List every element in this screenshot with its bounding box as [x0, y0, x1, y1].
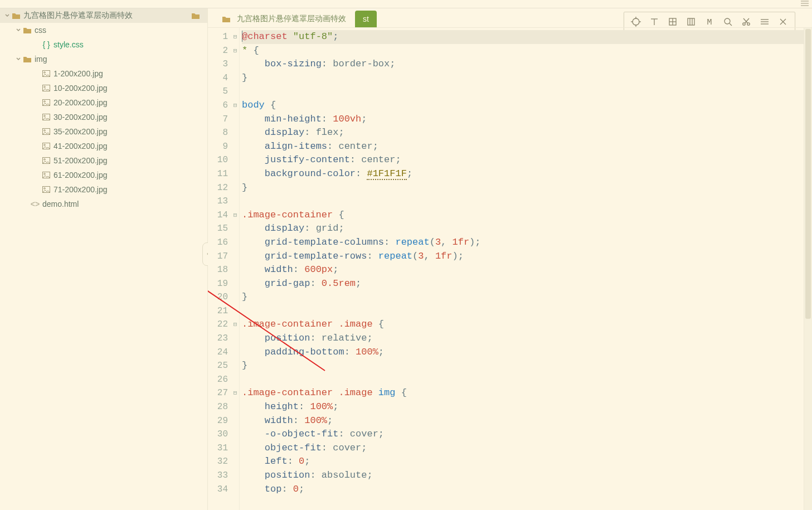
chevron-down-icon[interactable]: [3, 13, 11, 18]
fold-marker[interactable]: [231, 181, 239, 195]
code-line[interactable]: }: [242, 71, 812, 85]
code-line[interactable]: [242, 304, 812, 318]
fold-marker[interactable]: [231, 373, 239, 387]
fold-marker[interactable]: [231, 236, 239, 250]
fold-marker[interactable]: [231, 167, 239, 181]
code-line[interactable]: [242, 373, 812, 387]
code-area[interactable]: 1234567891011121314151617181920212223242…: [208, 27, 812, 510]
fold-marker[interactable]: [231, 332, 239, 346]
code-line[interactable]: position: absolute;: [242, 469, 812, 483]
vertical-scrollbar[interactable]: [804, 28, 812, 510]
hamburger-icon[interactable]: [801, 0, 809, 9]
fold-marker[interactable]: ⊟: [231, 30, 239, 44]
fold-marker[interactable]: ⊟: [231, 99, 239, 113]
code-line[interactable]: display: flex;: [242, 126, 812, 140]
fold-marker[interactable]: [231, 126, 239, 140]
code-line[interactable]: @charset "utf-8";: [242, 30, 812, 44]
fold-marker[interactable]: [231, 222, 239, 236]
code-line[interactable]: width: 600px;: [242, 263, 812, 277]
code-line[interactable]: align-items: center;: [242, 140, 812, 154]
fold-marker[interactable]: [231, 277, 239, 291]
fold-marker[interactable]: [231, 400, 239, 414]
tree-file-image[interactable]: 71-200x200.jpg: [0, 182, 207, 197]
tree-file-style-css[interactable]: { } style.css: [0, 37, 207, 52]
scrollbar-thumb[interactable]: [805, 29, 811, 319]
file-explorer[interactable]: 九宫格图片悬停遮罩层动画特效 css { } style.css img 1-2…: [0, 8, 208, 510]
fold-marker[interactable]: [231, 469, 239, 483]
fold-gutter[interactable]: ⊟⊟ ⊟ ⊟ ⊟ ⊟: [231, 28, 240, 510]
fold-marker[interactable]: [231, 57, 239, 71]
code-line[interactable]: position: relative;: [242, 332, 812, 346]
code-line[interactable]: object-fit: cover;: [242, 441, 812, 455]
code-line[interactable]: }: [242, 181, 812, 195]
code-line[interactable]: padding-bottom: 100%;: [242, 346, 812, 360]
tab-project-folder[interactable]: 九宫格图片悬停遮罩层动画特效: [213, 11, 354, 27]
tree-file-demo-html[interactable]: <> demo.html: [0, 197, 207, 211]
tree-file-image[interactable]: 51-200x200.jpg: [0, 153, 207, 168]
code-line[interactable]: justify-content: center;: [242, 153, 812, 167]
code-line[interactable]: body {: [242, 99, 812, 113]
chevron-down-icon[interactable]: [14, 56, 22, 62]
line-number: 31: [208, 441, 228, 455]
code-line[interactable]: .image-container .image {: [242, 318, 812, 332]
fold-marker[interactable]: [231, 85, 239, 99]
fold-marker[interactable]: [231, 113, 239, 127]
fold-marker[interactable]: ⊟: [231, 208, 239, 222]
code-line[interactable]: box-sizing: border-box;: [242, 57, 812, 71]
fold-marker[interactable]: [231, 263, 239, 277]
svg-point-20: [44, 188, 46, 190]
code-line[interactable]: .image-container .image img {: [242, 386, 812, 400]
code-line[interactable]: .image-container {: [242, 208, 812, 222]
fold-marker[interactable]: [231, 304, 239, 318]
tab-style-css[interactable]: st: [355, 11, 377, 27]
fold-marker[interactable]: [231, 455, 239, 469]
fold-marker[interactable]: ⊟: [231, 318, 239, 332]
fold-marker[interactable]: [231, 71, 239, 85]
code-line[interactable]: display: grid;: [242, 222, 812, 236]
code-line[interactable]: }: [242, 359, 812, 373]
fold-marker[interactable]: ⊟: [231, 44, 239, 58]
tree-file-image[interactable]: 61-200x200.jpg: [0, 168, 207, 182]
code-line[interactable]: [242, 85, 812, 99]
tree-file-image[interactable]: 35-200x200.jpg: [0, 124, 207, 139]
code-line[interactable]: grid-template-columns: repeat(3, 1fr);: [242, 236, 812, 250]
tree-folder-img[interactable]: img: [0, 52, 207, 66]
tree-file-image[interactable]: 1-200x200.jpg: [0, 66, 207, 81]
code-line[interactable]: width: 100%;: [242, 414, 812, 428]
tree-folder-css[interactable]: css: [0, 23, 207, 37]
code-line[interactable]: [242, 195, 812, 208]
code-line[interactable]: grid-gap: 0.5rem;: [242, 277, 812, 291]
tree-file-image[interactable]: 20-200x200.jpg: [0, 95, 207, 110]
code-line[interactable]: left: 0;: [242, 455, 812, 469]
fold-marker[interactable]: [231, 153, 239, 167]
code-line[interactable]: -o-object-fit: cover;: [242, 428, 812, 441]
fold-marker[interactable]: [231, 483, 239, 497]
fold-marker[interactable]: [231, 250, 239, 264]
fold-marker[interactable]: ⊟: [231, 386, 239, 400]
code-content[interactable]: @charset "utf-8";* { box-sizing: border-…: [240, 28, 812, 510]
fold-marker[interactable]: [231, 414, 239, 428]
line-number: 30: [208, 428, 228, 441]
code-line[interactable]: height: 100%;: [242, 400, 812, 414]
code-line[interactable]: top: 0;: [242, 483, 812, 497]
fold-marker[interactable]: [231, 428, 239, 441]
tree-item-label: 1-200x200.jpg: [54, 69, 103, 78]
line-number: 20: [208, 290, 228, 304]
tree-file-image[interactable]: 41-200x200.jpg: [0, 139, 207, 153]
fold-marker[interactable]: [231, 140, 239, 154]
tree-file-image[interactable]: 30-200x200.jpg: [0, 110, 207, 124]
tree-file-image[interactable]: 10-200x200.jpg: [0, 81, 207, 95]
tree-root-folder[interactable]: 九宫格图片悬停遮罩层动画特效: [0, 8, 207, 23]
fold-marker[interactable]: [231, 359, 239, 373]
chevron-down-icon[interactable]: [14, 27, 22, 33]
code-line[interactable]: min-height: 100vh;: [242, 113, 812, 127]
fold-marker[interactable]: [231, 441, 239, 455]
code-line[interactable]: * {: [242, 44, 812, 58]
svg-point-14: [44, 144, 46, 146]
fold-marker[interactable]: [231, 346, 239, 360]
fold-marker[interactable]: [231, 195, 239, 208]
code-line[interactable]: grid-template-rows: repeat(3, 1fr);: [242, 250, 812, 264]
code-line[interactable]: background-color: #1F1F1F;: [242, 167, 812, 181]
fold-marker[interactable]: [231, 290, 239, 304]
code-line[interactable]: }: [242, 290, 812, 304]
